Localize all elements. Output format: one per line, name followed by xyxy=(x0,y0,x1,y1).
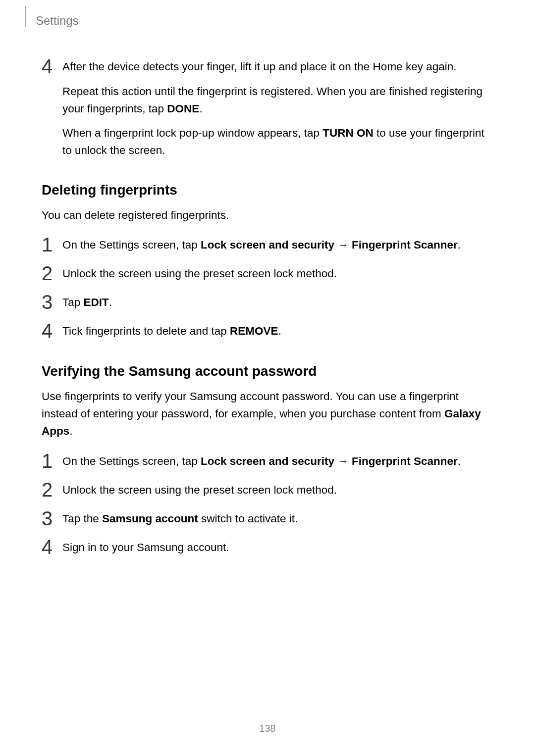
bold-text: TURN ON xyxy=(322,127,374,139)
page-header: Settings xyxy=(0,0,535,28)
bold-text: REMOVE xyxy=(230,325,278,337)
bold-text: Fingerprint Scanner xyxy=(352,455,458,467)
step-item: 1 On the Settings screen, tap Lock scree… xyxy=(42,236,493,254)
step-item: 3 Tap EDIT. xyxy=(42,293,493,312)
step-number: 3 xyxy=(42,292,62,312)
section-heading-deleting: Deleting fingerprints xyxy=(42,182,493,198)
step-item: 4 Sign in to your Samsung account. xyxy=(42,538,493,557)
step-text: On the Settings screen, tap Lock screen … xyxy=(62,236,461,254)
text-run: Use fingerprints to verify your Samsung … xyxy=(42,390,459,420)
text-run: When a fingerprint lock pop-up window ap… xyxy=(62,127,322,139)
text-run: . xyxy=(109,296,112,308)
text-run: Repeat this action until the fingerprint… xyxy=(62,85,482,115)
step-number: 2 xyxy=(42,480,62,500)
step-subtext: Repeat this action until the fingerprint… xyxy=(62,83,493,118)
text-run: . xyxy=(69,425,72,437)
bold-text: Lock screen and security xyxy=(201,455,334,467)
text-run: switch to activate it. xyxy=(198,512,298,525)
text-run: On the Settings screen, tap xyxy=(62,455,201,467)
step-item: 3 Tap the Samsung account switch to acti… xyxy=(42,509,493,528)
step-text: After the device detects your finger, li… xyxy=(62,57,456,76)
page-number: 138 xyxy=(0,723,535,734)
text-run: Tick fingerprints to delete and tap xyxy=(62,325,230,337)
step-item: 2 Unlock the screen using the preset scr… xyxy=(42,481,493,500)
step-text: On the Settings screen, tap Lock screen … xyxy=(62,452,461,470)
text-run: Tap xyxy=(62,296,84,308)
continuation-step-4: 4 After the device detects your finger, … xyxy=(42,57,493,76)
step-number: 4 xyxy=(42,56,62,76)
step-text: Tick fingerprints to delete and tap REMO… xyxy=(62,322,281,340)
step-text: Tap the Samsung account switch to activa… xyxy=(62,509,298,528)
text-run: . xyxy=(278,325,281,337)
section-intro: Use fingerprints to verify your Samsung … xyxy=(42,388,493,440)
text-run: . xyxy=(458,455,461,467)
bold-text: Lock screen and security xyxy=(201,239,334,251)
arrow-icon: → xyxy=(334,455,352,467)
step-number: 4 xyxy=(42,537,62,557)
step-number: 4 xyxy=(42,321,62,341)
text-run: Tap the xyxy=(62,512,102,525)
step-subtext: When a fingerprint lock pop-up window ap… xyxy=(62,125,493,159)
step-item: 1 On the Settings screen, tap Lock scree… xyxy=(42,452,493,471)
step-text: Unlock the screen using the preset scree… xyxy=(62,481,337,499)
text-run: On the Settings screen, tap xyxy=(62,239,201,251)
step-text: Unlock the screen using the preset scree… xyxy=(62,264,337,283)
step-text: Sign in to your Samsung account. xyxy=(62,538,229,556)
step-number: 2 xyxy=(42,263,62,283)
header-title: Settings xyxy=(36,14,79,28)
bold-text: Fingerprint Scanner xyxy=(352,239,458,251)
header-divider xyxy=(25,6,26,27)
step-number: 3 xyxy=(42,508,62,528)
text-run: . xyxy=(458,239,461,251)
step-number: 1 xyxy=(42,451,62,471)
page-content: 4 After the device detects your finger, … xyxy=(0,28,535,557)
arrow-icon: → xyxy=(334,239,352,251)
step-number: 1 xyxy=(42,235,62,254)
step-item: 2 Unlock the screen using the preset scr… xyxy=(42,264,493,283)
section-intro: You can delete registered fingerprints. xyxy=(42,207,493,224)
text-run: . xyxy=(199,102,202,115)
bold-text: DONE xyxy=(167,102,199,115)
step-text: Tap EDIT. xyxy=(62,293,112,311)
bold-text: Samsung account xyxy=(102,512,198,525)
section-heading-verifying: Verifying the Samsung account password xyxy=(42,363,493,379)
step-item: 4 Tick fingerprints to delete and tap RE… xyxy=(42,322,493,341)
bold-text: EDIT xyxy=(84,296,109,308)
